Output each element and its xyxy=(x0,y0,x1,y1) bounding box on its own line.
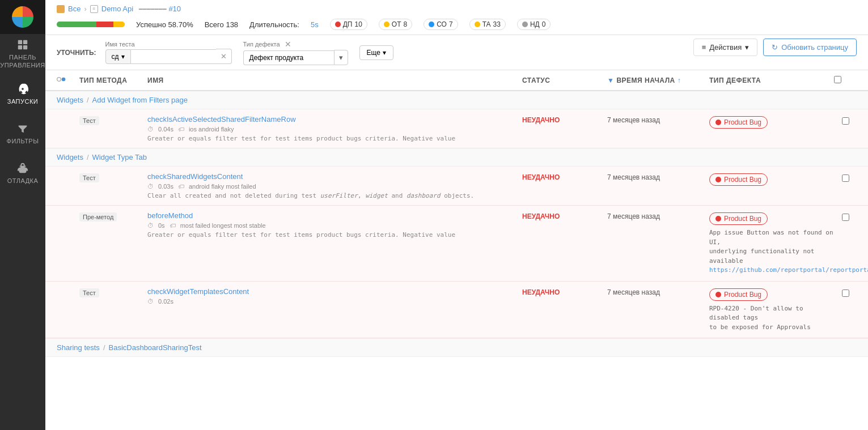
breadcrumb-demo-api-link[interactable]: Demo Api ━━━━━━━ #10 xyxy=(101,5,181,13)
row3-defect-note: App issue Button was not found on UI,und… xyxy=(709,228,834,275)
defect-dot-2 xyxy=(715,177,721,182)
table-row: Тест checkSharedWidgetsContent ⏱ 0.03s 🏷… xyxy=(45,167,868,206)
table-row: Пре-метод beforeMethod ⏱ 0s 🏷 most faile… xyxy=(45,206,868,282)
row2-checkbox[interactable] xyxy=(842,174,849,182)
progress-red xyxy=(96,22,113,27)
row2-test-name-link[interactable]: checkSharedWidgetsContent xyxy=(147,172,243,181)
row3-defect-link[interactable]: https://github.com/reportportal/reportpo… xyxy=(709,266,868,274)
sidebar: ПАНЕЛЬ УПРАВЛЕНИЯ ЗАПУСКИ ФИЛЬТРЫ ОТЛАДК… xyxy=(0,0,45,430)
dp-label: ДП xyxy=(343,20,353,28)
sidebar-item-launches[interactable]: ЗАПУСКИ xyxy=(0,74,45,113)
row4-defect-cell: Product Bug RPD-4220 - Don't allow to di… xyxy=(709,287,834,333)
condition-chevron: ▾ xyxy=(121,53,125,61)
name-filter-clear-button[interactable]: ✕ xyxy=(216,49,232,64)
row1-time: 7 месяцев назад xyxy=(607,115,709,124)
actions-chevron-icon: ▾ xyxy=(745,43,749,52)
row3-defect-badge[interactable]: Product Bug xyxy=(709,212,768,225)
actions-button[interactable]: ≡ Действия ▾ xyxy=(693,39,758,56)
defect-filter-input-group: Дефект продукта ▾ xyxy=(243,50,348,65)
clock-icon-3: ⏱ xyxy=(147,222,154,229)
header-start-time[interactable]: ▼ ВРЕМЯ НАЧАЛА ↑ xyxy=(607,76,709,84)
ta-label: ТА xyxy=(482,20,491,28)
badge-ta[interactable]: ТА 33 xyxy=(469,19,506,30)
svg-rect-2 xyxy=(18,45,22,49)
svg-rect-3 xyxy=(23,45,27,49)
defect-type-display: Дефект продукта xyxy=(243,50,334,65)
row1-test-name-link[interactable]: checkIsActiveSelectedSharedFilterNameRow xyxy=(147,115,296,124)
row1-meta: ⏱ 0.04s 🏷 ios android flaky xyxy=(147,126,522,133)
select-all-checkbox[interactable] xyxy=(834,76,841,83)
logo-icon xyxy=(12,6,33,28)
sharing-suite-link[interactable]: Sharing tests xyxy=(57,343,100,352)
name-filter-input[interactable] xyxy=(131,49,216,64)
defect-filter-remove-button[interactable]: ✕ xyxy=(282,40,294,49)
ot-count: 8 xyxy=(404,20,408,28)
progress-green xyxy=(57,22,96,27)
group-suite-link-2[interactable]: Widgets xyxy=(57,153,83,161)
row3-test-name-link[interactable]: beforeMethod xyxy=(147,211,193,220)
sharing-test-link[interactable]: BasicDashboardSharingTest xyxy=(109,343,202,352)
toggle-icon[interactable] xyxy=(57,75,66,84)
row4-defect-note: RPD-4220 - Don't allow to disabled tagst… xyxy=(709,304,834,333)
row2-duration: 0.03s xyxy=(158,183,173,190)
row3-checkbox-cell xyxy=(834,211,857,221)
badge-dp[interactable]: ДП 10 xyxy=(330,19,367,30)
svg-rect-1 xyxy=(23,40,27,44)
clock-icon-4: ⏱ xyxy=(147,298,154,305)
header-defect-type: ТИП ДЕФЕКТА xyxy=(709,76,834,84)
row3-checkbox[interactable] xyxy=(842,214,849,221)
sidebar-item-debug[interactable]: ОТЛАДКА xyxy=(0,153,45,193)
group-test-link-1[interactable]: Add Widget from Filters page xyxy=(92,96,188,104)
grid-icon xyxy=(16,39,29,51)
row2-name-cell: checkSharedWidgetsContent ⏱ 0.03s 🏷 andr… xyxy=(147,172,522,199)
defect-type-dropdown-button[interactable]: ▾ xyxy=(334,50,348,65)
method-badge-test-2: Тест xyxy=(79,173,99,182)
ot-dot xyxy=(384,22,389,27)
row3-name-cell: beforeMethod ⏱ 0s 🏷 most failed longest … xyxy=(147,211,522,239)
group-suite-link-1[interactable]: Widgets xyxy=(57,96,83,104)
row1-checkbox-cell xyxy=(834,115,857,125)
group-header-widgets-1: Widgets / Add Widget from Filters page xyxy=(45,91,868,109)
co-dot xyxy=(429,22,434,27)
breadcrumb-list-icon: ≡ xyxy=(90,5,98,13)
actions-label: Действия xyxy=(709,43,742,52)
method-badge-test-4: Тест xyxy=(79,288,99,297)
row2-meta: ⏱ 0.03s 🏷 android flaky most failed xyxy=(147,183,522,190)
condition-selector[interactable]: сд ▾ xyxy=(105,49,131,64)
row1-name-cell: checkIsActiveSelectedSharedFilterNameRow… xyxy=(147,115,522,142)
row1-checkbox[interactable] xyxy=(842,117,849,125)
more-filters-button[interactable]: Еще ▾ xyxy=(359,45,393,60)
sidebar-item-filters[interactable]: ФИЛЬТРЫ xyxy=(0,113,45,153)
sidebar-item-dashboard[interactable]: ПАНЕЛЬ УПРАВЛЕНИЯ xyxy=(0,34,45,74)
row3-tags: most failed longest most stable xyxy=(180,222,266,229)
group-test-link-2[interactable]: Widget Type Tab xyxy=(92,153,147,161)
svg-rect-0 xyxy=(18,40,22,44)
row1-duration: 0.04s xyxy=(158,126,173,133)
breadcrumb-all-link[interactable]: Все xyxy=(68,5,81,13)
sidebar-item-dashboard-label: ПАНЕЛЬ УПРАВЛЕНИЯ xyxy=(0,54,45,69)
row3-defect-label: Product Bug xyxy=(724,215,761,223)
row3-defect-cell: Product Bug App issue Button was not fou… xyxy=(709,211,834,275)
row1-defect-badge[interactable]: Product Bug xyxy=(709,116,768,129)
ot-label: ОТ xyxy=(392,20,401,28)
row2-defect-badge[interactable]: Product Bug xyxy=(709,173,768,186)
group-sep-1: / xyxy=(87,96,89,104)
badge-co[interactable]: СО 7 xyxy=(424,19,458,30)
name-filter-input-group: сд ▾ ✕ xyxy=(105,49,232,64)
row2-defect-cell: Product Bug xyxy=(709,172,834,186)
row4-test-name-link[interactable]: checkWidgetTemplatesContent xyxy=(147,287,249,296)
row4-checkbox[interactable] xyxy=(842,289,849,297)
duration-value[interactable]: 5s xyxy=(311,20,319,29)
badge-nd[interactable]: НД 0 xyxy=(517,19,551,30)
sidebar-item-debug-label: ОТЛАДКА xyxy=(7,177,39,184)
row4-meta: ⏱ 0.02s xyxy=(147,298,522,305)
method-badge-pre-3: Пре-метод xyxy=(79,212,117,222)
more-filters-chevron-icon: ▾ xyxy=(383,49,386,57)
row4-method: Тест xyxy=(79,287,147,297)
row4-name-cell: checkWidgetTemplatesContent ⏱ 0.02s xyxy=(147,287,522,305)
row4-defect-badge[interactable]: Product Bug xyxy=(709,288,768,301)
refresh-button[interactable]: ↻ Обновить страницу xyxy=(763,39,857,56)
defect-dot-1 xyxy=(715,120,721,125)
badge-ot[interactable]: ОТ 8 xyxy=(379,19,412,30)
defect-filter-group: Тип дефекта ✕ Дефект продукта ▾ xyxy=(243,40,348,65)
